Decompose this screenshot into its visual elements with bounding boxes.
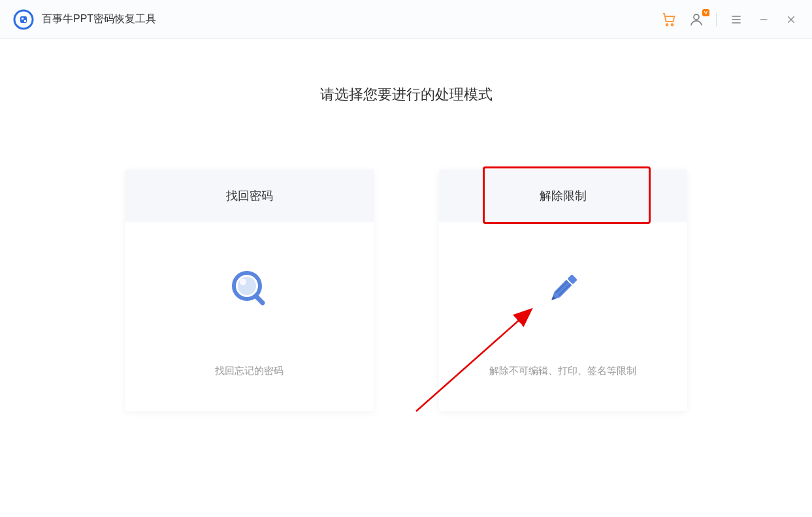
svg-point-15	[240, 279, 246, 285]
menu-icon[interactable]	[728, 12, 744, 27]
titlebar-left: 百事牛PPT密码恢复工具	[13, 9, 156, 30]
svg-point-14	[238, 277, 256, 295]
svg-point-5	[672, 24, 674, 25]
pencil-icon	[542, 268, 584, 309]
close-icon[interactable]	[783, 12, 799, 27]
user-icon[interactable]: V	[689, 12, 704, 27]
magnifier-icon	[229, 268, 270, 309]
card-description: 找回忘记的密码	[215, 365, 284, 377]
card-description: 解除不可编辑、打印、签名等限制	[489, 365, 636, 377]
main-content: 请选择您要进行的处理模式 找回密码 找回忘记的密码 解除限制	[0, 39, 812, 411]
svg-point-4	[666, 24, 668, 25]
svg-rect-3	[24, 20, 26, 22]
titlebar-divider	[716, 13, 717, 26]
option-card-remove-restriction[interactable]: 解除限制 解除不可编辑、打印、签名等限制	[439, 170, 687, 411]
svg-point-6	[694, 14, 699, 20]
option-card-recover-password[interactable]: 找回密码 找回忘记的密码	[125, 170, 374, 411]
app-title: 百事牛PPT密码恢复工具	[42, 12, 156, 26]
app-logo-icon	[13, 9, 34, 30]
card-header: 解除限制	[439, 170, 687, 222]
card-header: 找回密码	[125, 170, 374, 222]
vip-badge: V	[702, 9, 709, 16]
cart-icon[interactable]	[661, 12, 677, 27]
titlebar-right: V	[661, 12, 799, 27]
cards-container: 找回密码 找回忘记的密码 解除限制	[125, 170, 687, 411]
svg-rect-2	[22, 18, 24, 20]
titlebar: 百事牛PPT密码恢复工具 V	[0, 0, 812, 39]
page-heading: 请选择您要进行的处理模式	[320, 85, 493, 104]
minimize-icon[interactable]	[756, 12, 771, 27]
